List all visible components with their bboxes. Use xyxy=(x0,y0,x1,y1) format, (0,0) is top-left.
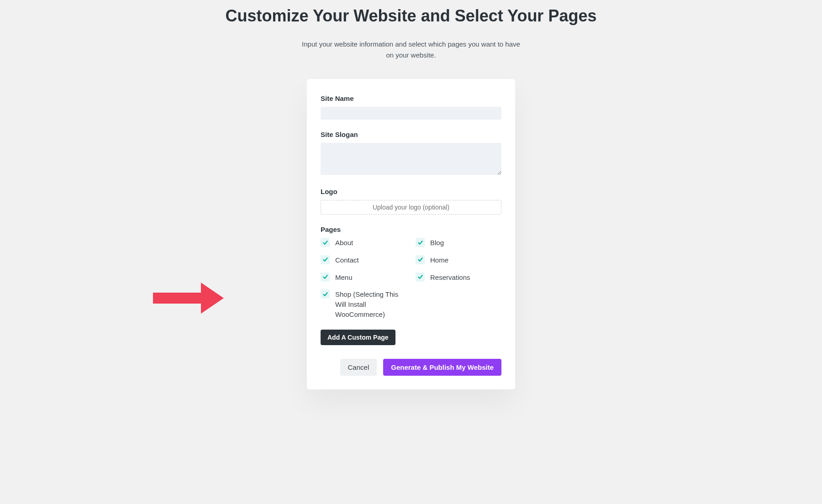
logo-upload-button[interactable]: Upload your logo (optional) xyxy=(321,200,501,215)
page-checkbox-reservations[interactable]: Reservations xyxy=(416,273,501,283)
check-icon xyxy=(321,238,330,247)
check-icon xyxy=(416,255,425,264)
site-slogan-input[interactable] xyxy=(321,143,501,175)
add-custom-page-button[interactable]: Add A Custom Page xyxy=(321,330,395,345)
page-label: Home xyxy=(430,255,448,265)
page-subtitle: Input your website information and selec… xyxy=(301,39,521,61)
check-icon xyxy=(416,238,425,247)
page-checkbox-blog[interactable]: Blog xyxy=(416,238,501,248)
pages-label: Pages xyxy=(321,226,501,233)
check-icon xyxy=(321,289,330,299)
settings-card: Site Name Site Slogan Logo Upload your l… xyxy=(307,79,515,389)
page-checkbox-about[interactable]: About xyxy=(321,238,406,248)
site-name-input[interactable] xyxy=(321,107,501,120)
publish-button[interactable]: Generate & Publish My Website xyxy=(383,359,501,376)
cancel-button[interactable]: Cancel xyxy=(340,359,377,376)
page-checkbox-home[interactable]: Home xyxy=(416,255,501,265)
page-checkbox-menu[interactable]: Menu xyxy=(321,273,406,283)
page-label: About xyxy=(335,238,353,248)
page-label: Reservations xyxy=(430,273,470,283)
site-slogan-label: Site Slogan xyxy=(321,131,501,138)
page-checkbox-shop[interactable]: Shop (Selecting This Will Install WooCom… xyxy=(321,289,406,319)
check-icon xyxy=(416,273,425,282)
check-icon xyxy=(321,255,330,264)
page-label: Menu xyxy=(335,273,353,283)
page-title: Customize Your Website and Select Your P… xyxy=(0,5,822,26)
page-label: Blog xyxy=(430,238,444,248)
page-label: Shop (Selecting This Will Install WooCom… xyxy=(335,289,406,319)
check-icon xyxy=(321,273,330,282)
logo-label: Logo xyxy=(321,188,501,195)
page-checkbox-contact[interactable]: Contact xyxy=(321,255,406,265)
site-name-label: Site Name xyxy=(321,94,501,102)
page-label: Contact xyxy=(335,255,359,265)
